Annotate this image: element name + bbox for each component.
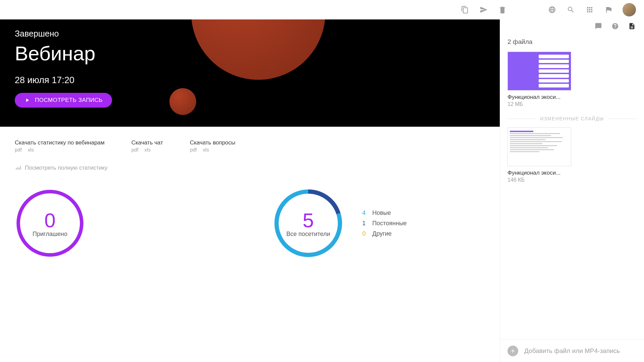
file-name: Функционал экоси... — [507, 170, 571, 176]
invited-caption: Приглашено — [33, 231, 67, 238]
legend-other-count: 0 — [360, 230, 366, 237]
legend-other: 0 Другие — [360, 230, 407, 237]
sidebar-body: 2 файла Функционал экоси... 12 МБ ИЗМЕНЕ… — [500, 33, 644, 339]
legend-regular-count: 1 — [360, 220, 366, 227]
visitors-chart: 5 Все посетители — [273, 188, 343, 258]
play-icon — [24, 97, 30, 103]
file-size: 12 МБ — [507, 101, 637, 107]
main: Завершено Вебинар 28 июля 17:20 ПОСМОТРЕ… — [0, 19, 500, 362]
legend-regular-label: Постоянные — [372, 220, 407, 227]
file-size: 146 КБ — [507, 177, 637, 183]
full-stats-label: Посмотреть полную статистику — [25, 165, 107, 171]
hero-banner: Завершено Вебинар 28 июля 17:20 ПОСМОТРЕ… — [0, 19, 500, 127]
visitors-value: 5 — [303, 209, 314, 232]
watch-recording-button[interactable]: ПОСМОТРЕТЬ ЗАПИСЬ — [15, 93, 112, 108]
apps-icon[interactable] — [585, 5, 594, 14]
legend-other-label: Другие — [372, 230, 392, 237]
files-icon[interactable] — [627, 21, 637, 31]
search-icon[interactable] — [566, 5, 576, 14]
help-icon[interactable] — [610, 21, 620, 31]
copy-icon[interactable] — [460, 5, 470, 14]
download-stats-pdf[interactable]: pdf — [15, 147, 22, 153]
topbar-utility — [547, 3, 636, 16]
download-chat-xls[interactable]: xls — [145, 147, 151, 153]
legend-regular: 1 Постоянные — [360, 220, 407, 227]
chat-icon[interactable] — [594, 21, 603, 31]
download-stats-label: Скачать статистику по вебинарам — [15, 139, 105, 146]
invited-chart: 0 Приглашено — [15, 188, 85, 258]
topbar-actions — [460, 5, 507, 14]
invited-value: 0 — [44, 209, 55, 232]
visitors-caption: Все посетители — [286, 231, 330, 238]
bar-chart-icon — [15, 165, 21, 171]
visitors-block: 5 Все посетители 4 Новые 1 Постоянные 0 — [273, 188, 407, 258]
legend-new-count: 4 — [360, 209, 366, 217]
decor-bubble — [191, 19, 325, 80]
full-stats-link[interactable]: Посмотреть полную статистику — [0, 155, 500, 171]
topbar — [0, 0, 644, 19]
downloads-row: Скачать статистику по вебинарам pdf xls … — [0, 127, 500, 155]
visitors-legend: 4 Новые 1 Постоянные 0 Другие — [360, 209, 407, 237]
add-file-button[interactable]: Добавить файл или MP4-запись — [500, 339, 644, 362]
download-chat: Скачать чат pdf xls — [131, 139, 163, 153]
file-thumbnail — [507, 52, 571, 90]
trash-icon[interactable] — [498, 5, 507, 14]
changed-slides-label: ИЗМЕНЕННЫЕ СЛАЙДЫ — [540, 116, 604, 121]
download-chat-label: Скачать чат — [131, 139, 163, 146]
file-thumbnail — [507, 127, 571, 166]
decor-bubble — [169, 88, 196, 115]
plus-icon — [507, 346, 518, 356]
changed-slides-divider: ИЗМЕНЕННЫЕ СЛАЙДЫ — [507, 116, 637, 121]
globe-icon[interactable] — [547, 5, 557, 14]
file-item[interactable]: Функционал экоси... 146 КБ — [507, 127, 637, 183]
download-stats: Скачать статистику по вебинарам pdf xls — [15, 139, 105, 153]
download-stats-xls[interactable]: xls — [28, 147, 34, 153]
download-chat-pdf[interactable]: pdf — [131, 147, 139, 153]
download-questions: Скачать вопросы pdf xls — [190, 139, 235, 153]
file-name: Функционал экоси... — [507, 94, 571, 101]
download-questions-pdf[interactable]: pdf — [190, 147, 197, 153]
stats-row: 0 Приглашено 5 Все посетители — [0, 171, 500, 275]
flag-icon[interactable] — [604, 5, 613, 14]
file-item[interactable]: Функционал экоси... 12 МБ — [507, 52, 637, 107]
legend-new-label: Новые — [372, 209, 391, 217]
legend-new: 4 Новые — [360, 209, 407, 217]
send-icon[interactable] — [479, 5, 488, 14]
watch-recording-label: ПОСМОТРЕТЬ ЗАПИСЬ — [35, 97, 103, 104]
download-questions-label: Скачать вопросы — [190, 139, 235, 146]
add-file-label: Добавить файл или MP4-запись — [524, 347, 620, 355]
avatar[interactable] — [623, 3, 636, 16]
download-questions-xls[interactable]: xls — [203, 147, 209, 153]
files-count: 2 файла — [507, 38, 637, 46]
sidebar-tabs — [500, 19, 644, 33]
sidebar: 2 файла Функционал экоси... 12 МБ ИЗМЕНЕ… — [500, 19, 644, 362]
